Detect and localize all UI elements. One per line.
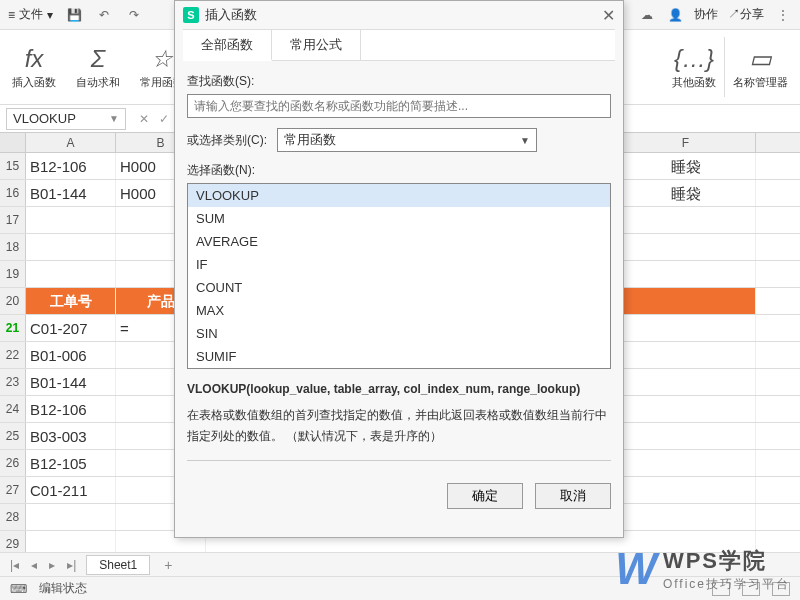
function-item[interactable]: VLOOKUP xyxy=(188,184,610,207)
cell[interactable]: B12-106 xyxy=(26,153,116,179)
add-sheet-button[interactable]: + xyxy=(158,557,178,573)
category-value: 常用函数 xyxy=(284,131,336,149)
ok-button[interactable]: 确定 xyxy=(447,483,523,509)
row-header[interactable]: 17 xyxy=(0,207,26,233)
insert-function-label: 插入函数 xyxy=(12,75,56,90)
cell[interactable]: B01-144 xyxy=(26,180,116,206)
cell[interactable]: C01-211 xyxy=(26,477,116,503)
function-item[interactable]: COUNT xyxy=(188,276,610,299)
cell[interactable] xyxy=(26,207,116,233)
cell[interactable]: B03-003 xyxy=(26,423,116,449)
cell[interactable]: 睡袋 xyxy=(616,153,756,179)
last-sheet-icon[interactable]: ▸| xyxy=(65,558,78,572)
cell[interactable] xyxy=(26,234,116,260)
redo-icon[interactable]: ↷ xyxy=(125,6,143,24)
function-item[interactable]: SIN xyxy=(188,322,610,345)
input-mode-icon[interactable]: ⌨ xyxy=(10,582,27,596)
cell[interactable] xyxy=(616,288,756,314)
cell[interactable] xyxy=(616,450,756,476)
search-function-input[interactable] xyxy=(187,94,611,118)
select-all-corner[interactable] xyxy=(0,133,26,152)
more-icon[interactable]: ⋮ xyxy=(774,6,792,24)
category-select[interactable]: 常用函数 ▼ xyxy=(277,128,537,152)
cell[interactable]: B01-144 xyxy=(26,369,116,395)
cell[interactable] xyxy=(616,342,756,368)
next-sheet-icon[interactable]: ▸ xyxy=(47,558,57,572)
row-header[interactable]: 22 xyxy=(0,342,26,368)
accept-formula-icon[interactable]: ✓ xyxy=(156,112,172,126)
cell[interactable] xyxy=(616,477,756,503)
function-list[interactable]: VLOOKUPSUMAVERAGEIFCOUNTMAXSINSUMIF xyxy=(187,183,611,369)
function-item[interactable]: AVERAGE xyxy=(188,230,610,253)
cell[interactable]: B01-006 xyxy=(26,342,116,368)
cell[interactable]: B12-105 xyxy=(26,450,116,476)
cell[interactable] xyxy=(616,261,756,287)
cloud-icon[interactable]: ☁ xyxy=(638,6,656,24)
row-header[interactable]: 16 xyxy=(0,180,26,206)
cancel-formula-icon[interactable]: ✕ xyxy=(136,112,152,126)
name-manager-label: 名称管理器 xyxy=(733,75,788,90)
tab-common-formulas[interactable]: 常用公式 xyxy=(272,30,361,60)
col-header-a[interactable]: A xyxy=(26,133,116,152)
cell[interactable] xyxy=(26,261,116,287)
autosum-button[interactable]: Σ 自动求和 xyxy=(70,34,126,100)
cell[interactable] xyxy=(616,504,756,530)
row-header[interactable]: 27 xyxy=(0,477,26,503)
dialog-titlebar: S 插入函数 ✕ xyxy=(175,1,623,29)
cell[interactable] xyxy=(616,396,756,422)
name-manager-button[interactable]: ▭ 名称管理器 xyxy=(727,34,794,100)
cell[interactable]: C01-207 xyxy=(26,315,116,341)
dialog-title: 插入函数 xyxy=(205,6,257,24)
function-item[interactable]: IF xyxy=(188,253,610,276)
user-icon[interactable]: 👤 xyxy=(666,6,684,24)
row-header[interactable]: 21 xyxy=(0,315,26,341)
watermark-sub: Office技巧学习平台 xyxy=(663,576,790,593)
cell[interactable] xyxy=(616,207,756,233)
row-header[interactable]: 23 xyxy=(0,369,26,395)
cell[interactable] xyxy=(616,423,756,449)
undo-icon[interactable]: ↶ xyxy=(95,6,113,24)
autosum-label: 自动求和 xyxy=(76,75,120,90)
fx-icon: fx xyxy=(25,45,44,73)
cell[interactable] xyxy=(616,315,756,341)
cell[interactable] xyxy=(26,504,116,530)
row-header[interactable]: 28 xyxy=(0,504,26,530)
row-header[interactable]: 20 xyxy=(0,288,26,314)
search-label: 查找函数(S): xyxy=(187,73,611,90)
cell[interactable]: B12-106 xyxy=(26,396,116,422)
share-btn[interactable]: ↗分享 xyxy=(728,6,764,23)
other-func-button[interactable]: {…} 其他函数 xyxy=(666,34,722,100)
row-header[interactable]: 18 xyxy=(0,234,26,260)
name-box-value: VLOOKUP xyxy=(13,111,76,126)
prev-sheet-icon[interactable]: ◂ xyxy=(29,558,39,572)
row-header[interactable]: 19 xyxy=(0,261,26,287)
chevron-down-icon[interactable]: ▼ xyxy=(109,113,119,124)
tab-all-functions[interactable]: 全部函数 xyxy=(183,30,272,61)
row-header[interactable]: 26 xyxy=(0,450,26,476)
file-menu[interactable]: ≡ 文件 ▾ xyxy=(8,6,53,23)
cell[interactable]: 工单号 xyxy=(26,288,116,314)
close-icon[interactable]: ✕ xyxy=(602,6,615,25)
insert-function-button[interactable]: fx 插入函数 xyxy=(6,34,62,100)
dialog-tabs: 全部函数 常用公式 xyxy=(183,29,615,61)
name-box[interactable]: VLOOKUP ▼ xyxy=(6,108,126,130)
chevron-down-icon: ▼ xyxy=(520,135,530,146)
col-header-f[interactable]: F xyxy=(616,133,756,152)
sheet-tab-sheet1[interactable]: Sheet1 xyxy=(86,555,150,575)
row-header[interactable]: 15 xyxy=(0,153,26,179)
star-icon: ☆ xyxy=(151,45,173,73)
cell[interactable] xyxy=(616,369,756,395)
function-item[interactable]: SUM xyxy=(188,207,610,230)
row-header[interactable]: 25 xyxy=(0,423,26,449)
cell[interactable]: 睡袋 xyxy=(616,180,756,206)
function-item[interactable]: MAX xyxy=(188,299,610,322)
collab-btn[interactable]: 协作 xyxy=(694,6,718,23)
dialog-logo-icon: S xyxy=(183,7,199,23)
first-sheet-icon[interactable]: |◂ xyxy=(8,558,21,572)
function-description: VLOOKUP(lookup_value, table_array, col_i… xyxy=(187,379,611,461)
function-item[interactable]: SUMIF xyxy=(188,345,610,368)
cancel-button[interactable]: 取消 xyxy=(535,483,611,509)
row-header[interactable]: 24 xyxy=(0,396,26,422)
cell[interactable] xyxy=(616,234,756,260)
save-icon[interactable]: 💾 xyxy=(65,6,83,24)
